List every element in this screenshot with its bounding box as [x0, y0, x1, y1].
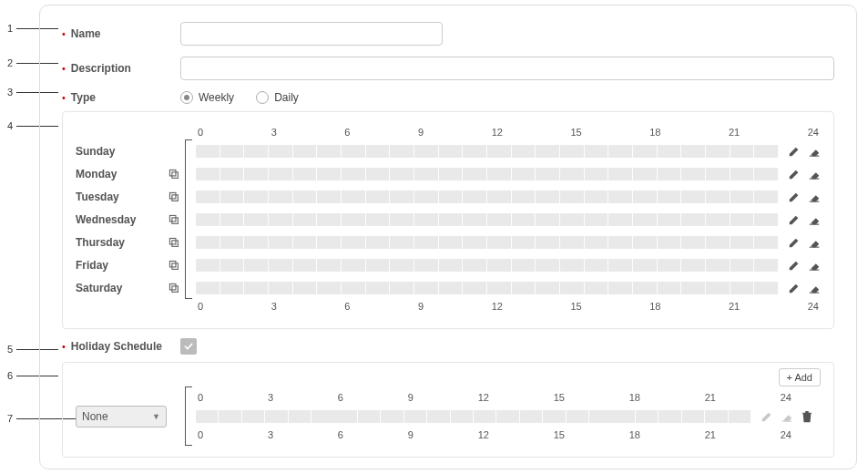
schedule-time-bar[interactable] — [196, 191, 779, 203]
name-input[interactable] — [180, 22, 443, 46]
axis-tick: 9 — [418, 301, 424, 312]
edit-icon[interactable] — [788, 213, 801, 226]
holiday-select[interactable]: None ▼ — [76, 406, 167, 428]
axis-tick: 0 — [198, 429, 203, 440]
callout-markers: 1 2 3 4 5 6 7 — [0, 0, 39, 474]
axis-tick: 9 — [408, 392, 414, 403]
required-marker: • — [62, 93, 66, 103]
svg-rect-8 — [169, 261, 176, 267]
schedule-time-bar[interactable] — [196, 168, 779, 180]
svg-rect-9 — [171, 263, 178, 270]
schedule-time-bar[interactable] — [196, 282, 779, 294]
day-row: Sunday — [76, 139, 185, 162]
schedule-bar-row — [196, 208, 821, 231]
add-holiday-button[interactable]: + Add — [779, 368, 821, 386]
svg-rect-17 — [810, 269, 820, 270]
holiday-schedule-box: + Add None ▼ 03691215182124 03691215 — [62, 362, 834, 458]
type-radio-daily[interactable]: Daily — [256, 91, 299, 104]
edit-icon[interactable] — [788, 191, 801, 203]
axis-tick: 3 — [268, 392, 273, 403]
edit-icon[interactable] — [788, 145, 801, 158]
day-row: Monday — [76, 162, 185, 185]
description-label: Description — [71, 62, 131, 75]
radio-label: Daily — [274, 91, 299, 104]
axis-tick: 21 — [705, 429, 716, 440]
axis-tick: 0 — [198, 127, 203, 138]
erase-icon[interactable] — [808, 282, 821, 294]
edit-icon[interactable] — [788, 259, 801, 272]
erase-icon[interactable] — [808, 168, 821, 180]
axis-tick: 6 — [338, 392, 343, 403]
erase-icon[interactable] — [808, 259, 821, 272]
svg-rect-4 — [169, 215, 176, 222]
copy-day-icon[interactable] — [167, 213, 179, 226]
schedule-time-bar[interactable] — [196, 259, 779, 272]
name-row: • Name — [62, 22, 834, 46]
holiday-label: Holiday Schedule — [71, 340, 162, 353]
axis-tick: 15 — [554, 429, 565, 440]
svg-rect-3 — [171, 195, 178, 201]
holiday-checkbox[interactable] — [180, 338, 197, 355]
svg-rect-19 — [782, 420, 792, 421]
svg-rect-7 — [171, 241, 178, 247]
axis-tick: 24 — [781, 392, 791, 403]
edit-icon[interactable] — [788, 282, 801, 294]
day-row: Saturday — [76, 276, 185, 299]
description-input[interactable] — [180, 57, 834, 80]
description-row: • Description — [62, 57, 834, 80]
svg-rect-11 — [171, 286, 178, 293]
erase-icon[interactable] — [808, 213, 821, 226]
day-row: Friday — [76, 253, 185, 276]
day-label: Saturday — [76, 282, 122, 294]
axis-tick: 18 — [629, 429, 640, 440]
copy-day-icon[interactable] — [167, 191, 179, 203]
copy-day-icon[interactable] — [167, 259, 179, 272]
holiday-axis-bottom: 03691215182124 — [196, 428, 793, 446]
holiday-time-bar[interactable] — [196, 410, 751, 423]
axis-tick: 21 — [729, 301, 740, 312]
erase-icon[interactable] — [808, 145, 821, 158]
holiday-bar-row — [196, 405, 793, 428]
axis-tick: 15 — [570, 127, 581, 138]
axis-tick: 12 — [478, 392, 489, 403]
axis-tick: 0 — [198, 301, 203, 312]
svg-rect-15 — [810, 223, 820, 224]
day-column: SundayMondayTuesdayWednesdayThursdayFrid… — [76, 121, 185, 317]
schedule-bar-row — [196, 231, 821, 253]
axis-tick: 15 — [570, 301, 581, 312]
type-radio-weekly[interactable]: Weekly — [180, 91, 234, 104]
required-marker: • — [62, 29, 66, 39]
erase-icon — [781, 410, 793, 423]
type-label: Type — [71, 91, 96, 104]
schedule-time-bar[interactable] — [196, 145, 779, 158]
weekly-schedule-box: SundayMondayTuesdayWednesdayThursdayFrid… — [62, 111, 834, 329]
callout-1: 1 — [2, 23, 13, 34]
schedule-bar-row — [196, 162, 821, 185]
axis-tick: 9 — [418, 127, 424, 138]
schedule-time-bar[interactable] — [196, 213, 779, 226]
edit-icon[interactable] — [788, 236, 801, 249]
svg-rect-5 — [171, 218, 178, 224]
schedule-bar-row — [196, 139, 821, 162]
schedule-bar-row — [196, 276, 821, 299]
schedule-time-bar[interactable] — [196, 236, 779, 249]
svg-rect-16 — [810, 246, 820, 247]
radio-label: Weekly — [199, 91, 234, 104]
axis-tick: 18 — [649, 127, 660, 138]
holiday-select-value: None — [82, 410, 108, 423]
axis-tick: 12 — [492, 301, 503, 312]
type-row: • Type Weekly Daily — [62, 91, 834, 104]
delete-icon[interactable] — [801, 410, 813, 423]
copy-day-icon[interactable] — [167, 236, 179, 249]
axis-tick: 24 — [808, 127, 819, 138]
copy-day-icon[interactable] — [167, 282, 179, 294]
form-panel: • Name • Description • Type Weekly Daily — [39, 5, 857, 469]
axis-tick: 12 — [492, 127, 503, 138]
day-label: Sunday — [76, 145, 115, 158]
required-marker: • — [62, 342, 66, 352]
copy-day-icon[interactable] — [167, 168, 179, 180]
erase-icon[interactable] — [808, 191, 821, 203]
edit-icon[interactable] — [788, 168, 801, 180]
svg-rect-10 — [169, 283, 176, 290]
erase-icon[interactable] — [808, 236, 821, 249]
